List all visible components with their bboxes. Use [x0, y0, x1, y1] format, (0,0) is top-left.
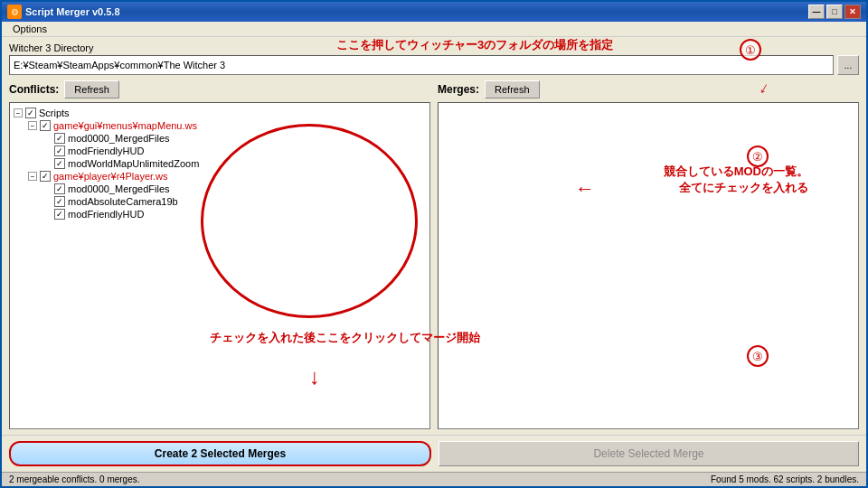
tree-label: mod0000_MergedFiles	[68, 183, 170, 194]
directory-input[interactable]	[9, 55, 834, 75]
minimize-button[interactable]: —	[808, 5, 825, 19]
tree-item[interactable]: mod0000_MergedFiles	[14, 183, 426, 195]
tree-label: game¥player¥r4Player.ws	[53, 171, 168, 182]
title-bar-buttons: — □ ✕	[808, 5, 861, 19]
tree-checkbox[interactable]	[40, 120, 51, 131]
status-right: Found 5 mods. 62 scripts. 2 bundles.	[711, 474, 859, 484]
menu-options[interactable]: Options	[9, 23, 51, 35]
tree-checkbox[interactable]	[40, 171, 51, 182]
tree-item[interactable]: modWorldMapUnlimitedZoom	[14, 157, 426, 170]
conflicts-panel: Conflicts: Refresh −Scripts−game¥gui¥men…	[9, 80, 430, 429]
tree-item[interactable]: modAbsoluteCamera19b	[14, 195, 426, 208]
title-bar-left: ⚙ Script Merger v0.5.8	[7, 5, 120, 19]
tree-label: modAbsoluteCamera19b	[68, 196, 178, 207]
tree-item[interactable]: modFriendlyHUD	[14, 145, 426, 157]
tree-checkbox[interactable]	[54, 158, 65, 169]
main-content: Witcher 3 Directory ... Conflicts: Refre…	[2, 37, 866, 435]
directory-input-row: ...	[9, 55, 859, 75]
delete-merge-button[interactable]: Delete Selected Merge	[439, 441, 859, 466]
create-merges-button[interactable]: Create 2 Selected Merges	[9, 441, 431, 466]
tree-checkbox[interactable]	[54, 183, 65, 194]
merges-panel: Merges: Refresh	[438, 80, 859, 429]
window-title: Script Merger v0.5.8	[25, 6, 120, 17]
tree-label: game¥gui¥menus¥mapMenu.ws	[53, 120, 197, 131]
conflicts-header: Conflicts: Refresh	[9, 80, 430, 99]
merges-refresh-button[interactable]: Refresh	[485, 80, 540, 99]
status-left: 2 mergeable conflicts. 0 merges.	[9, 474, 140, 484]
merges-tree[interactable]	[438, 102, 859, 429]
panels-row: Conflicts: Refresh −Scripts−game¥gui¥men…	[9, 80, 859, 429]
directory-section: Witcher 3 Directory ...	[9, 42, 859, 75]
title-bar: ⚙ Script Merger v0.5.8 — □ ✕	[2, 2, 866, 22]
directory-label: Witcher 3 Directory	[9, 42, 859, 53]
bottom-buttons: Create 2 Selected Merges Delete Selected…	[2, 435, 866, 472]
maximize-button[interactable]: □	[826, 5, 843, 19]
conflicts-refresh-button[interactable]: Refresh	[64, 80, 119, 99]
tree-item[interactable]: −game¥gui¥menus¥mapMenu.ws	[14, 119, 426, 132]
merges-header: Merges: Refresh	[438, 80, 859, 99]
tree-item[interactable]: modFriendlyHUD	[14, 208, 426, 221]
tree-checkbox[interactable]	[54, 133, 65, 144]
tree-item[interactable]: −game¥player¥r4Player.ws	[14, 170, 426, 183]
tree-label: mod0000_MergedFiles	[68, 133, 170, 144]
conflicts-tree[interactable]: −Scripts−game¥gui¥menus¥mapMenu.wsmod000…	[9, 102, 430, 429]
tree-item[interactable]: −Scripts	[14, 107, 426, 119]
app-icon: ⚙	[7, 5, 22, 19]
tree-label: modFriendlyHUD	[68, 209, 144, 220]
app-window: ⚙ Script Merger v0.5.8 — □ ✕ Options Wit…	[0, 0, 868, 488]
tree-item[interactable]: mod0000_MergedFiles	[14, 132, 426, 145]
tree-label: modWorldMapUnlimitedZoom	[68, 158, 199, 169]
tree-label: Scripts	[39, 108, 70, 118]
browse-button[interactable]: ...	[837, 55, 859, 75]
status-bar: 2 mergeable conflicts. 0 merges. Found 5…	[2, 472, 866, 486]
tree-checkbox[interactable]	[25, 108, 36, 118]
tree-checkbox[interactable]	[54, 209, 65, 220]
merges-title: Merges:	[438, 83, 479, 96]
tree-checkbox[interactable]	[54, 145, 65, 156]
conflicts-title: Conflicts:	[9, 83, 59, 96]
tree-label: modFriendlyHUD	[68, 145, 144, 156]
close-button[interactable]: ✕	[844, 5, 861, 19]
tree-checkbox[interactable]	[54, 196, 65, 207]
menu-bar: Options	[2, 22, 866, 37]
